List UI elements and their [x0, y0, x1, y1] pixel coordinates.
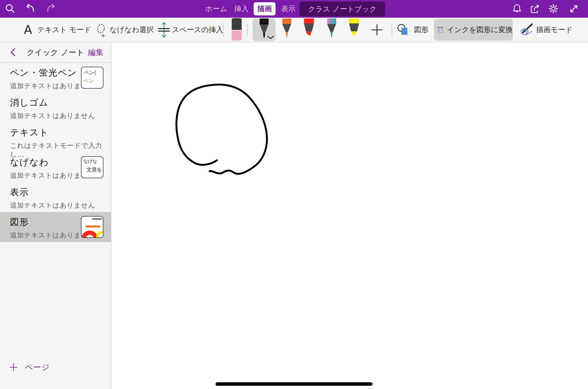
page-item-pen-highlighter[interactable]: ペン・蛍光ペン 追加テキストはありま… ペン( ペン — [0, 63, 111, 93]
tab-home[interactable]: ホーム — [204, 0, 228, 18]
insert-space-icon[interactable] — [157, 21, 170, 40]
page-item-eraser[interactable]: 消しゴム 追加テキストはありません — [0, 93, 111, 122]
plus-icon — [9, 363, 17, 371]
sidebar-header: クイック ノート 編集 — [0, 42, 111, 63]
eraser-tool[interactable] — [230, 18, 243, 42]
convert-ink-icon — [437, 22, 444, 38]
page-item-lasso[interactable]: なげなわ 追加テキストはありま… なげな 文章を — [0, 152, 111, 182]
drawing-canvas[interactable] — [112, 42, 588, 389]
page-item-view[interactable]: 表示 追加テキストはありません — [0, 182, 111, 212]
page-thumbnail-drawing — [81, 216, 103, 238]
home-indicator-bar[interactable] — [216, 382, 372, 386]
shapes-button[interactable]: 図形 — [414, 18, 429, 42]
search-icon[interactable] — [4, 3, 16, 14]
page-item-shapes-selected[interactable]: 図形 追加テキストはありま… — [0, 212, 111, 242]
toolbar-divider — [392, 23, 392, 37]
convert-ink-to-shape-button[interactable]: インクを図形に変換 — [434, 19, 513, 41]
undo-icon[interactable] — [24, 3, 36, 14]
toolbar-divider — [223, 23, 223, 37]
fullscreen-expand-icon[interactable] — [568, 3, 580, 14]
pen-options-chevron-down-icon — [267, 36, 274, 39]
yellow-highlighter-tool[interactable] — [347, 18, 361, 41]
draw-toolbar: A テキスト モード なげなわ選択 スペースの挿入 — [0, 18, 588, 42]
red-highlighter-tool[interactable] — [302, 18, 316, 41]
black-pen-tool-selected[interactable] — [253, 18, 276, 41]
page-thumbnail: ペン( ペン — [81, 67, 103, 89]
page-item-text[interactable]: テキスト これはテキストモードで入力し… — [0, 122, 111, 152]
draw-mode-hand-pen-icon[interactable] — [519, 22, 534, 38]
edit-button[interactable]: 編集 — [88, 42, 103, 62]
insert-space-button[interactable]: スペースの挿入 — [172, 18, 223, 42]
lasso-select-button[interactable]: なげなわ選択 — [110, 18, 154, 42]
page-title: テキスト — [10, 126, 111, 139]
lasso-select-icon[interactable] — [95, 23, 108, 39]
page-list-sidebar: クイック ノート 編集 ペン・蛍光ペン 追加テキストはありま… ペン( ペン 消… — [0, 42, 111, 389]
page-title: 消しゴム — [10, 97, 111, 109]
ink-stroke-circle — [112, 42, 588, 389]
settings-gear-icon[interactable] — [548, 3, 559, 14]
page-title: 表示 — [10, 186, 111, 198]
add-pen-plus-icon[interactable] — [366, 18, 388, 42]
shapes-icon[interactable] — [397, 23, 411, 38]
orange-pen-tool[interactable] — [280, 18, 294, 41]
add-page-button[interactable]: ページ — [9, 362, 50, 373]
pen-divider — [247, 24, 248, 35]
share-icon[interactable] — [529, 3, 541, 14]
tab-view[interactable]: 表示 — [280, 0, 296, 18]
page-subtitle: 追加テキストはありません — [10, 111, 111, 120]
page-subtitle: 追加テキストはありません — [10, 201, 111, 210]
top-app-bar: ホーム 挿入 描画 表示 クラス ノートブック — [0, 0, 588, 18]
text-mode-button[interactable]: テキスト モード — [37, 18, 91, 42]
convert-ink-label: インクを図形に変換 — [447, 25, 513, 35]
tab-class-notebook[interactable]: クラス ノートブック — [299, 1, 385, 16]
add-page-label: ページ — [25, 362, 50, 373]
page-thumbnail: なげな 文章を — [81, 156, 103, 178]
redo-icon[interactable] — [45, 3, 57, 14]
rainbow-pen-tool[interactable] — [325, 18, 339, 41]
draw-mode-button[interactable]: 描画モード — [536, 18, 573, 42]
tab-draw-selected[interactable]: 描画 — [254, 2, 276, 15]
notifications-bell-icon[interactable] — [511, 3, 523, 14]
text-mode-a-icon[interactable]: A — [24, 18, 32, 42]
tab-insert[interactable]: 挿入 — [233, 0, 250, 18]
